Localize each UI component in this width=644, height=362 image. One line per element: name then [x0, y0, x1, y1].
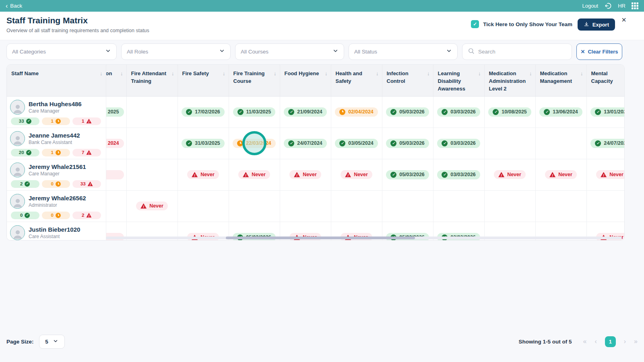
- status-pill-complete[interactable]: 13/01/2025: [590, 107, 625, 117]
- status-pill-overdue[interactable]: Never: [136, 202, 168, 210]
- training-cell[interactable]: 21/09/2024: [280, 96, 331, 128]
- courses-select[interactable]: All Courses: [235, 43, 344, 60]
- column-header[interactable]: Medication Administration Level 2↓: [484, 65, 535, 96]
- sort-icon[interactable]: ↓: [274, 70, 277, 78]
- training-cell[interactable]: Never: [586, 159, 625, 190]
- training-cell[interactable]: 03/05/2024: [331, 128, 382, 159]
- training-cell[interactable]: 24/07/2024: [586, 128, 625, 159]
- training-cell[interactable]: Never: [178, 159, 229, 190]
- sort-icon[interactable]: ↓: [100, 70, 103, 78]
- sort-icon[interactable]: ↓: [223, 70, 225, 78]
- staff-cell[interactable]: Jeremy Whale21561Care Manager2033: [7, 159, 106, 190]
- logout-button[interactable]: Logout: [582, 3, 598, 9]
- prev-page-button[interactable]: ‹: [594, 338, 597, 345]
- status-pill-complete[interactable]: 31/03/2025: [182, 139, 225, 148]
- training-cell[interactable]: 03/03/2026: [433, 128, 484, 159]
- sort-icon[interactable]: ↓: [580, 70, 583, 78]
- column-header[interactable]: Health and Safety↓: [331, 65, 382, 96]
- column-header[interactable]: Food Hygiene↓: [280, 65, 331, 96]
- page-size-select[interactable]: 5: [39, 335, 65, 349]
- status-pill-overdue[interactable]: Never: [341, 170, 372, 179]
- status-pill-complete[interactable]: 03/03/2026: [437, 170, 480, 179]
- status-pill-complete[interactable]: 03/03/2026: [437, 107, 480, 117]
- training-cell[interactable]: 05/03/2026: [382, 159, 433, 190]
- status-pill-overdue[interactable]: Never: [289, 170, 321, 179]
- status-pill-expiring[interactable]: 22/03/2024: [233, 139, 276, 148]
- status-pill-complete[interactable]: 11/03/2025: [233, 107, 276, 117]
- status-pill-complete[interactable]: 17/02/2026: [182, 107, 225, 117]
- training-cell[interactable]: 10/08/2025: [484, 96, 535, 128]
- sort-icon[interactable]: ↓: [529, 70, 532, 78]
- training-cell[interactable]: 05/03/2026: [382, 128, 433, 159]
- status-pill-complete[interactable]: 24/07/2024: [590, 139, 625, 148]
- horizontal-scrollbar[interactable]: [106, 237, 622, 239]
- sort-icon[interactable]: ↓: [171, 70, 174, 78]
- training-cell[interactable]: Never: [484, 159, 535, 190]
- back-button[interactable]: ‹ Back: [6, 3, 22, 9]
- search-input[interactable]: [478, 49, 566, 55]
- column-header[interactable]: Fire Training Course↓: [229, 65, 280, 96]
- column-header-truncated[interactable]: on↓: [106, 65, 126, 96]
- column-header[interactable]: Fire Safety↓: [178, 65, 229, 96]
- last-page-button[interactable]: »: [634, 338, 638, 345]
- sort-icon[interactable]: ↓: [120, 70, 123, 78]
- training-cell[interactable]: 24/07/2024: [280, 128, 331, 159]
- status-pill-complete[interactable]: 05/03/2026: [386, 139, 429, 148]
- status-select[interactable]: All Status: [349, 43, 458, 60]
- status-pill-overdue[interactable]: Never: [238, 170, 270, 179]
- training-cell[interactable]: 11/03/2025: [229, 96, 280, 128]
- training-cell[interactable]: 22/03/2024: [229, 128, 280, 159]
- staff-cell[interactable]: Justin Bieber1020Care Assistant8022: [7, 222, 106, 241]
- staff-cell[interactable]: Jeremy Whale26562Administrator002: [7, 190, 106, 222]
- status-pill-overdue[interactable]: Never: [545, 170, 577, 179]
- status-pill-expiring[interactable]: 02/04/2024: [335, 107, 378, 117]
- training-cell[interactable]: 03/03/2026: [433, 159, 484, 190]
- column-header[interactable]: Medication Management↓: [535, 65, 586, 96]
- status-pill-overdue[interactable]: Never: [494, 170, 526, 179]
- status-pill-complete[interactable]: 21/09/2024: [284, 107, 327, 117]
- clear-filters-button[interactable]: ✕ Clear Filters: [576, 43, 622, 60]
- status-pill-complete[interactable]: 03/03/2026: [437, 139, 480, 148]
- export-button[interactable]: Export: [578, 19, 615, 31]
- logout-icon[interactable]: [604, 2, 612, 10]
- training-cell[interactable]: Never: [331, 159, 382, 190]
- status-pill-complete[interactable]: 13/06/2024: [539, 107, 582, 117]
- status-pill-overdue[interactable]: Never: [596, 170, 625, 179]
- training-cell[interactable]: 31/03/2025: [178, 128, 229, 159]
- status-pill-complete[interactable]: 24/07/2024: [284, 139, 327, 148]
- next-page-button[interactable]: ›: [624, 338, 626, 345]
- close-icon[interactable]: ×: [621, 16, 626, 24]
- column-header-staff-name[interactable]: Staff Name↓: [7, 65, 106, 96]
- column-header[interactable]: Mental Capacity↓: [586, 65, 625, 96]
- sort-icon[interactable]: ↓: [325, 70, 328, 78]
- training-cell[interactable]: 17/02/2026: [178, 96, 229, 128]
- team-filter-checkbox[interactable]: ✓: [471, 20, 479, 28]
- training-cell[interactable]: 13/06/2024: [535, 96, 586, 128]
- sort-icon[interactable]: ↓: [376, 70, 379, 78]
- training-cell[interactable]: 02/04/2024: [331, 96, 382, 128]
- sort-icon[interactable]: ↓: [478, 70, 481, 78]
- column-header[interactable]: Infection Control↓: [382, 65, 433, 96]
- roles-select[interactable]: All Roles: [121, 43, 231, 60]
- staff-cell[interactable]: Jeanne James442Bank Care Assistant2017: [7, 128, 106, 159]
- status-pill-overdue[interactable]: Never: [187, 170, 219, 179]
- status-pill-complete[interactable]: 05/03/2026: [386, 107, 429, 117]
- column-header[interactable]: Learning Disability Awareness↓: [433, 65, 484, 96]
- current-page-button[interactable]: 1: [605, 336, 616, 347]
- status-pill-complete[interactable]: 03/05/2024: [335, 139, 378, 148]
- apps-grid-icon[interactable]: [632, 2, 638, 9]
- status-pill-complete[interactable]: 10/08/2025: [488, 107, 531, 117]
- training-cell[interactable]: 13/01/2025: [586, 96, 625, 128]
- training-cell[interactable]: Never: [280, 159, 331, 190]
- training-cell[interactable]: Never: [535, 159, 586, 190]
- training-cell[interactable]: 05/03/2026: [382, 96, 433, 128]
- sort-icon[interactable]: ↓: [427, 70, 430, 78]
- scrollbar-thumb[interactable]: [226, 237, 415, 239]
- first-page-button[interactable]: «: [583, 338, 587, 345]
- staff-cell[interactable]: Bertha Hughes486Care Manager3311: [7, 96, 106, 128]
- training-cell[interactable]: Never: [229, 159, 280, 190]
- column-header[interactable]: Fire Attendant Training↓: [126, 65, 178, 96]
- categories-select[interactable]: All Categories: [6, 43, 117, 60]
- training-cell[interactable]: Never: [126, 190, 178, 222]
- status-pill-complete[interactable]: 05/03/2026: [386, 170, 429, 179]
